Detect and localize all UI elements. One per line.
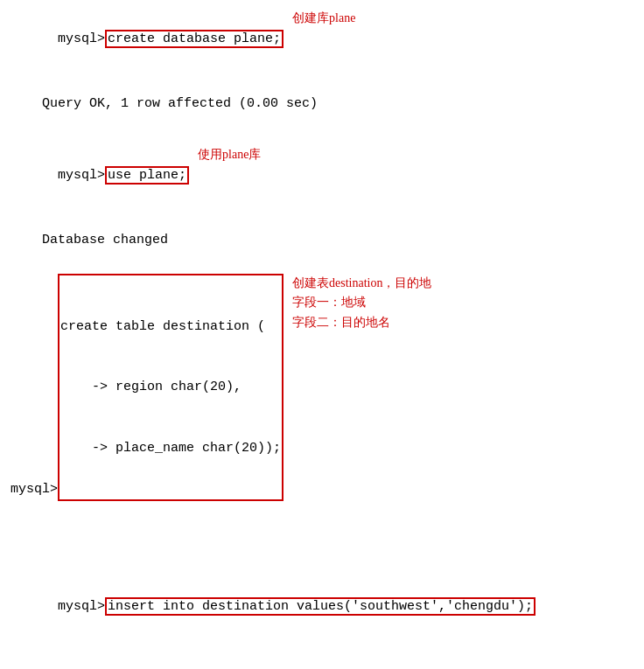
annotation-use-plane: 使用plane库 bbox=[198, 145, 261, 164]
cmd-box-1: create database plane; bbox=[105, 30, 284, 48]
cmd-box-2: use plane; bbox=[105, 166, 189, 185]
cmd-use-plane: mysql>use plane; 使用plane库 bbox=[10, 145, 634, 206]
annotation-create-table: 创建表destination，目的地 字段一：地域 字段二：目的地名 bbox=[292, 274, 431, 332]
prompt-4: mysql> bbox=[58, 599, 105, 614]
prompt-3: mysql> bbox=[10, 482, 58, 497]
result-1: Query OK, 1 row affected (0.00 sec) bbox=[10, 73, 634, 135]
prompt-2: mysql> bbox=[58, 168, 105, 183]
result-db-changed: Database changed bbox=[10, 209, 634, 270]
cmd-insert-1: mysql>insert into destination values('so… bbox=[10, 576, 634, 638]
spacer-2 bbox=[10, 569, 634, 576]
result-insert-1 bbox=[10, 640, 634, 669]
annotation-create-db: 创建库plane bbox=[292, 9, 355, 28]
cmd-create-table: mysql> create table destination ( -> reg… bbox=[10, 274, 634, 501]
spacer-1 bbox=[10, 138, 634, 145]
cmd-box-3: create table destination ( -> region cha… bbox=[58, 274, 284, 501]
prompt-1: mysql> bbox=[58, 31, 105, 46]
terminal-output: mysql>create database plane; 创建库plane Qu… bbox=[10, 9, 634, 669]
cmd-box-4: insert into destination values('southwes… bbox=[105, 597, 536, 616]
cmd-create-database: mysql>create database plane; 创建库plane bbox=[10, 9, 634, 70]
result-create-table bbox=[10, 505, 634, 566]
